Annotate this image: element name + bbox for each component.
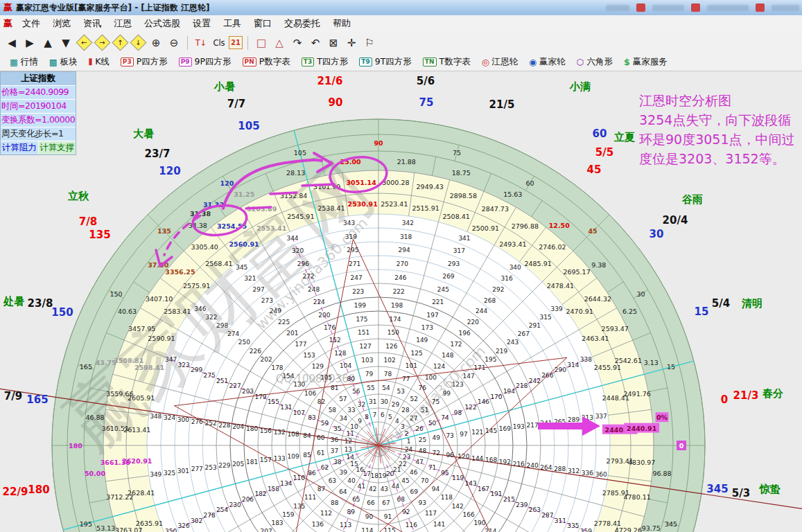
zoom-in-button[interactable]: ⊕: [148, 35, 164, 51]
down-arrow-button[interactable]: ▼: [58, 35, 74, 51]
hexagon-button[interactable]: ⬡六角形: [571, 55, 618, 69]
square-tool-button[interactable]: □: [253, 35, 270, 51]
hexagon-button-icon: ⬡: [577, 57, 584, 67]
box-select-button[interactable]: ⊠: [325, 35, 342, 51]
wheel-number: 180: [246, 425, 258, 432]
price-inner-value: 2590.91: [148, 335, 175, 342]
wheel-number: 102: [384, 357, 396, 364]
9p-square-button[interactable]: P99P四方形: [173, 55, 237, 69]
9p-square-button-icon: P9: [179, 57, 192, 66]
percent-value: 31.25: [234, 190, 254, 198]
solar-term-label: 惊蛰: [759, 483, 781, 495]
wheel-number: 342: [402, 220, 414, 227]
wheel-number: 95: [441, 470, 448, 477]
wheel-number: 156: [260, 427, 272, 434]
wheel-number: 90: [365, 513, 374, 520]
t-table-button[interactable]: TNT数字表: [417, 55, 476, 69]
calendar-button[interactable]: 21: [229, 36, 243, 49]
wheel-number: 91: [384, 513, 392, 520]
rotate-ccw-button[interactable]: ↶: [307, 35, 324, 51]
pan-left-button[interactable]: ←: [76, 35, 92, 51]
clear-tool-button[interactable]: ⚐: [361, 35, 378, 51]
menu-4[interactable]: 公式选股: [138, 16, 186, 31]
annotation-line: 度位是3203、3152等。: [639, 149, 802, 168]
rotate-cw-button[interactable]: ↷: [289, 35, 306, 51]
wheel-number: 254: [216, 506, 228, 513]
menu-0[interactable]: 文件: [16, 16, 46, 31]
wheel-number: 66: [367, 499, 375, 506]
forward-arrow-button[interactable]: ▶: [21, 35, 38, 51]
winner-service-button[interactable]: $赢家服务: [618, 55, 673, 69]
wheel-number: 270: [396, 260, 408, 267]
menu-9[interactable]: 帮助: [326, 16, 357, 31]
wheel-number: 275: [204, 372, 216, 379]
crosshair-button[interactable]: ✛: [343, 35, 360, 51]
menu-8[interactable]: 交易委托: [278, 16, 326, 31]
gann-wheel-chart[interactable]: 赢家财富网www.yingjia360.comwww.yingjia360.co…: [0, 0, 802, 532]
menu-5[interactable]: 设置: [186, 16, 217, 31]
solar-term-label: 7/8: [79, 215, 97, 228]
menu-7[interactable]: 窗口: [247, 16, 278, 31]
wheel-number: 134: [280, 480, 292, 487]
pan-down-button[interactable]: ↓: [130, 35, 146, 51]
wheel-number: 8: [365, 414, 369, 420]
solar-term-label: 处暑: [3, 295, 24, 308]
menu-3[interactable]: 江恩: [107, 16, 138, 31]
menu-1[interactable]: 浏览: [46, 16, 77, 31]
price-outer-value: 3305.40: [191, 243, 218, 251]
price-outer-value: 3457.95: [128, 325, 155, 332]
t-down-button[interactable]: T↓: [193, 35, 209, 51]
wheel-number: 46: [410, 469, 418, 476]
zoom-out-button[interactable]: ⊖: [166, 35, 182, 51]
wheel-number: 182: [254, 490, 266, 497]
pan-up-button[interactable]: ↑: [112, 35, 128, 51]
solar-term-label: 30: [650, 228, 664, 240]
t-square-button[interactable]: T3T四方形: [296, 55, 354, 69]
wheel-number: 194: [503, 388, 515, 395]
sector-button[interactable]: ▩板块: [44, 55, 83, 69]
up-arrow-button[interactable]: ▲: [40, 35, 56, 51]
wheel-number: 178: [271, 364, 283, 371]
p-table-button[interactable]: PNP数字表: [237, 55, 296, 69]
winner-wheel-button[interactable]: ◉赢家轮: [523, 55, 570, 69]
wheel-number: 154: [282, 373, 294, 380]
wheel-number: 65: [352, 496, 360, 503]
magenta-underline: [270, 193, 297, 194]
wheel-number: 239: [516, 502, 528, 508]
wheel-number: 2: [405, 430, 409, 437]
price-inner-value: 2538.41: [317, 204, 345, 212]
wheel-number: 77: [402, 375, 410, 382]
gann-wheel-button[interactable]: ◎江恩轮: [476, 55, 523, 69]
9t-square-button[interactable]: T99T四方形: [354, 55, 417, 69]
wheel-number: 227: [229, 382, 241, 389]
winner-wheel-button-icon: ◉: [529, 57, 537, 67]
price-outer-value: 2898.58: [450, 192, 477, 200]
wheel-number: 203: [242, 388, 254, 395]
wheel-number: 205: [232, 461, 244, 468]
wheel-number: 320: [292, 247, 304, 254]
price-outer-value: 3407.10: [146, 295, 173, 303]
wheel-number: 175: [356, 316, 367, 323]
solar-term-label: 5/3: [732, 487, 750, 499]
calc-resistance-button[interactable]: 计算阻力: [1, 141, 39, 154]
t-table-button-label: T数字表: [439, 56, 471, 68]
wheel-number: 18: [371, 472, 379, 479]
wheel-number: 195: [485, 356, 496, 363]
menu-6[interactable]: 工具: [217, 16, 247, 31]
back-arrow-button[interactable]: ◀: [3, 35, 20, 51]
quote-button[interactable]: ▦行情: [4, 55, 44, 69]
wheel-number: 193: [513, 423, 525, 430]
kline-button[interactable]: ⦀K线: [83, 55, 115, 69]
wheel-number: 293: [448, 260, 460, 267]
percent-value: 21.88: [397, 158, 416, 166]
wheel-number: 109: [287, 453, 299, 460]
triangle-tool-button[interactable]: △: [271, 35, 288, 51]
cls-button[interactable]: Cls: [211, 35, 227, 51]
menu-2[interactable]: 资讯: [77, 16, 107, 31]
wheel-number: 9: [358, 418, 362, 425]
wheel-number: 131: [280, 404, 292, 411]
pan-right-button[interactable]: →: [94, 35, 110, 51]
p-square-button[interactable]: P3P四方形: [115, 55, 173, 69]
calc-support-button[interactable]: 计算支撑: [39, 141, 76, 154]
gann-wheel-button-label: 江恩轮: [492, 56, 518, 68]
